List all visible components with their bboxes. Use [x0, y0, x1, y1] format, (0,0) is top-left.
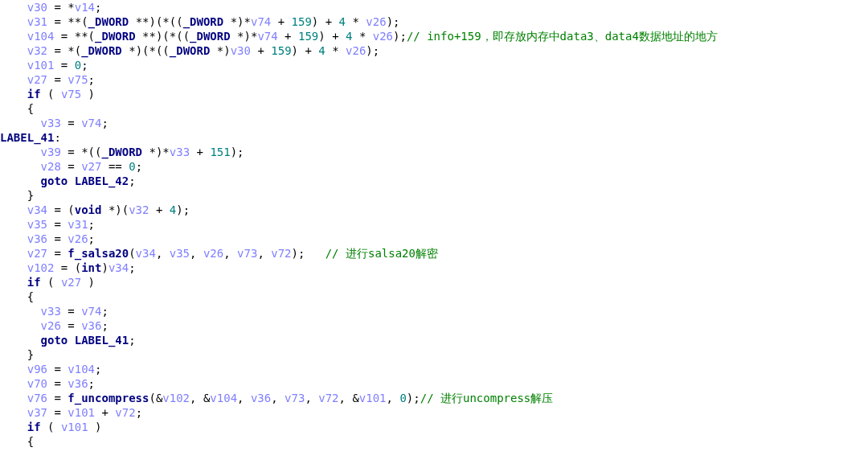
- token: *: [237, 30, 244, 43]
- number: 151: [210, 146, 230, 158]
- indent: [0, 247, 27, 260]
- code-line[interactable]: v32 = *(_DWORD *)(*((_DWORD *)v30 + 159)…: [0, 44, 379, 57]
- indent: [0, 421, 27, 433]
- code-line[interactable]: {: [0, 290, 34, 303]
- token: =: [47, 73, 68, 86]
- token: [136, 30, 142, 43]
- token: (: [129, 247, 135, 260]
- token: (: [41, 421, 61, 433]
- code-line[interactable]: }: [0, 189, 34, 202]
- code-line[interactable]: v37 = v101 + v72;: [0, 406, 142, 419]
- token: ;: [88, 232, 95, 245]
- token: ;: [129, 261, 135, 274]
- code-line[interactable]: v27 = f_salsa20(v34, v35, v26, v73, v72)…: [0, 247, 438, 260]
- token: +: [149, 203, 169, 216]
- code-line[interactable]: v101 = 0;: [0, 59, 88, 72]
- code-line[interactable]: if ( v75 ): [0, 88, 95, 101]
- indent: [0, 377, 27, 390]
- variable: v14: [75, 1, 95, 14]
- token: (&: [149, 392, 162, 404]
- code-line[interactable]: v34 = (void *)(v32 + 4);: [0, 203, 190, 216]
- keyword: if: [27, 421, 41, 433]
- token: *: [149, 146, 155, 158]
- token: ): [81, 276, 95, 289]
- indent: [0, 117, 41, 129]
- code-line[interactable]: v33 = v74;: [0, 305, 108, 318]
- variable: v75: [68, 73, 88, 86]
- token: ,: [271, 392, 285, 404]
- token: ): [223, 44, 230, 57]
- token: *: [217, 44, 223, 57]
- variable: v72: [318, 392, 338, 404]
- token: ,: [190, 247, 203, 260]
- variable: v31: [27, 15, 47, 28]
- code-line[interactable]: if ( v27 ): [0, 276, 95, 289]
- code-line[interactable]: v33 = v74;: [0, 117, 108, 129]
- code-line[interactable]: {: [0, 435, 34, 448]
- comment: // info+159，即存放内存中data3、data4数据地址的地方: [407, 30, 718, 43]
- code-line[interactable]: }: [0, 348, 34, 361]
- code-line[interactable]: v36 = v26;: [0, 232, 95, 245]
- variable: v26: [203, 247, 223, 260]
- variable: v30: [27, 1, 47, 14]
- token: ;: [101, 117, 108, 129]
- number: 0: [75, 59, 81, 72]
- token: [68, 334, 74, 347]
- token: ,: [257, 247, 271, 260]
- token: {: [27, 102, 34, 115]
- keyword: f_uncompress: [68, 392, 149, 404]
- number: 4: [339, 15, 346, 28]
- token: ): [81, 88, 95, 101]
- code-line[interactable]: {: [0, 102, 34, 115]
- variable: v73: [237, 247, 257, 260]
- token: ((: [156, 44, 170, 57]
- token: ;: [88, 73, 95, 86]
- code-line[interactable]: goto LABEL_42;: [0, 174, 136, 187]
- token: );: [387, 15, 400, 28]
- token: [122, 44, 129, 57]
- token: =: [61, 319, 81, 332]
- variable: v101: [61, 421, 88, 433]
- token: );: [231, 146, 244, 158]
- indent: [0, 261, 27, 274]
- variable: v76: [27, 392, 47, 404]
- code-line[interactable]: v76 = f_uncompress(&v102, &v104, v36, v7…: [0, 392, 553, 404]
- code-line[interactable]: v102 = (int)v34;: [0, 261, 136, 274]
- code-line[interactable]: LABEL_41:: [0, 131, 61, 144]
- token: }: [27, 189, 34, 202]
- variable: v35: [27, 218, 47, 231]
- token: *: [68, 1, 74, 14]
- decompiler-code-view[interactable]: v30 = *v14; v31 = **(_DWORD **)(*((_DWOR…: [0, 0, 868, 449]
- indent: [0, 102, 27, 115]
- indent: [0, 348, 27, 361]
- code-line[interactable]: v104 = **(_DWORD **)(*((_DWORD *)*v74 + …: [0, 30, 718, 43]
- code-line[interactable]: v31 = **(_DWORD **)(*((_DWORD *)*v74 + 1…: [0, 15, 399, 28]
- token: ): [237, 15, 244, 28]
- token: ,: [387, 392, 400, 404]
- code-line[interactable]: v30 = *v14;: [0, 1, 101, 14]
- token: ;: [129, 174, 135, 187]
- indent: [0, 160, 41, 173]
- variable: v26: [346, 44, 366, 57]
- code-line[interactable]: v26 = v36;: [0, 319, 108, 332]
- code-line[interactable]: v39 = *((_DWORD *)*v33 + 151);: [0, 146, 244, 158]
- token: ==: [101, 160, 129, 173]
- token: )(: [136, 44, 149, 57]
- token: =: [47, 232, 68, 245]
- code-line[interactable]: goto LABEL_41;: [0, 334, 136, 347]
- variable: v36: [81, 319, 101, 332]
- code-line[interactable]: if ( v101 ): [0, 421, 101, 433]
- code-line[interactable]: v96 = v104;: [0, 363, 101, 376]
- token: =: [47, 377, 68, 390]
- variable: v37: [27, 406, 47, 419]
- token: +: [271, 15, 291, 28]
- token: =: [61, 160, 81, 173]
- token: =: [47, 247, 68, 260]
- code-line[interactable]: v70 = v36;: [0, 377, 95, 390]
- keyword: _DWORD: [183, 15, 224, 28]
- token: ,: [305, 392, 318, 404]
- token: [326, 44, 332, 57]
- code-line[interactable]: v28 = v27 == 0;: [0, 160, 142, 173]
- code-line[interactable]: v35 = v31;: [0, 218, 95, 231]
- code-line[interactable]: v27 = v75;: [0, 73, 95, 86]
